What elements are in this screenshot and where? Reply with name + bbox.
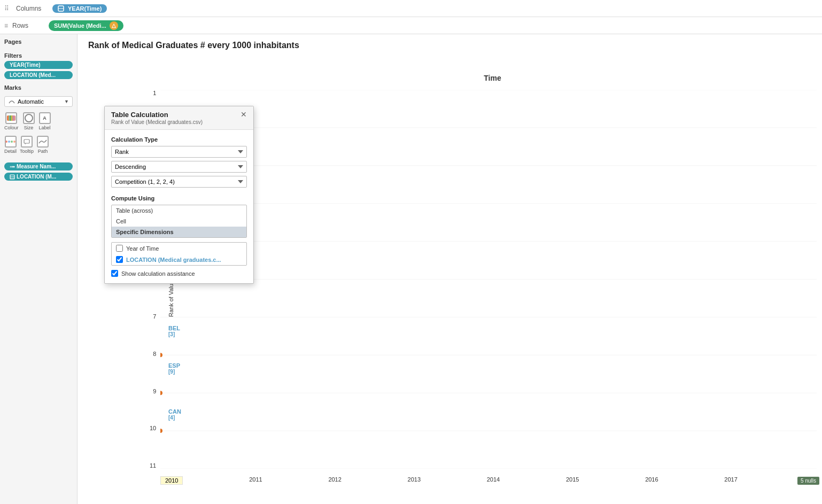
path-button[interactable]: Path xyxy=(37,136,49,154)
svg-point-21 xyxy=(160,391,162,395)
size-button[interactable]: Size xyxy=(23,112,35,130)
columns-pill[interactable]: YEAR(Time) xyxy=(52,4,107,13)
dimension-location[interactable]: LOCATION (Medical graduates.c... xyxy=(112,254,246,265)
svg-point-4 xyxy=(10,166,12,167)
rows-bar: ≡ Rows SUM(Value (Medi... △ xyxy=(0,17,822,34)
table-calc-dialog: Table Calculation Rank of Value (Medical… xyxy=(104,106,254,284)
can-label: CAN [4] xyxy=(168,408,181,421)
x-tick-2012: 2012 xyxy=(328,476,341,485)
show-assist-row[interactable]: Show calculation assistance xyxy=(111,270,247,277)
order-select[interactable]: Descending xyxy=(111,161,247,173)
columns-bar: ⠿ Columns YEAR(Time) xyxy=(0,0,822,17)
detail-button[interactable]: Detail xyxy=(4,136,17,154)
compute-list: Table (across) Cell Specific Dimensions xyxy=(111,205,247,238)
columns-icon: ⠿ xyxy=(4,5,12,12)
bel-label: BEL [3] xyxy=(168,325,180,337)
y-tick-11: 11 xyxy=(150,462,156,469)
dialog-header: Table Calculation Rank of Value (Medical… xyxy=(105,106,253,130)
year-checkbox[interactable] xyxy=(116,245,123,252)
filter-pill-year[interactable]: YEAR(Time) xyxy=(4,61,73,69)
null-badge: 5 nulls xyxy=(797,477,819,485)
dialog-title: Table Calculation xyxy=(111,111,203,119)
svg-point-5 xyxy=(12,166,13,167)
calc-type-select[interactable]: Rank xyxy=(111,146,247,158)
x-tick-2017: 2017 xyxy=(724,476,737,485)
rows-icon: ≡ xyxy=(4,22,8,29)
filters-label: Filters xyxy=(4,52,73,59)
x-tick-2016: 2016 xyxy=(645,476,658,485)
x-axis: 2010 2011 2012 2013 2014 2015 2016 2017 … xyxy=(160,476,817,485)
location-pill[interactable]: LOCATION (M... xyxy=(4,173,73,181)
x-tick-2014: 2014 xyxy=(487,476,500,485)
svg-point-22 xyxy=(160,353,162,357)
columns-label: Columns xyxy=(16,5,48,12)
chart-title: Rank of Medical Graduates # every 1000 i… xyxy=(77,34,822,52)
tooltip-button[interactable]: Tooltip xyxy=(20,136,34,154)
dimension-year[interactable]: Year of Time xyxy=(112,243,246,254)
y-tick-7: 7 xyxy=(150,313,156,320)
dialog-subtitle: Rank of Value (Medical graduates.csv) xyxy=(111,119,203,125)
bump-chart-svg xyxy=(160,90,817,469)
rows-label: Rows xyxy=(12,22,44,29)
filter-pill-location[interactable]: LOCATION (Med... xyxy=(4,71,73,79)
dialog-close-button[interactable]: ✕ xyxy=(241,111,247,118)
marks-label: Marks xyxy=(4,84,73,91)
y-tick-1: 1 xyxy=(150,90,156,96)
sidebar: Pages Filters YEAR(Time) LOCATION (Med..… xyxy=(0,34,77,504)
svg-rect-2 xyxy=(24,139,29,143)
svg-point-6 xyxy=(13,166,15,167)
svg-rect-7 xyxy=(10,175,14,179)
compute-item-specific[interactable]: Specific Dimensions xyxy=(112,227,246,237)
x-tick-2011: 2011 xyxy=(249,476,262,485)
path-icon xyxy=(38,139,47,144)
x-tick-2010: 2010 xyxy=(160,476,183,485)
compute-item-cell[interactable]: Cell xyxy=(112,216,246,227)
compute-item-table[interactable]: Table (across) xyxy=(112,205,246,216)
dimension-list: Year of Time LOCATION (Medical graduates… xyxy=(111,242,247,266)
pages-label: Pages xyxy=(4,38,73,45)
colour-button[interactable]: Colour xyxy=(4,112,19,130)
measure-pills-section: Measure Nam... LOCATION (M... xyxy=(4,162,73,181)
time-axis-label: Time xyxy=(484,74,501,82)
y-tick-8: 8 xyxy=(150,351,156,357)
measure-name-pill[interactable]: Measure Nam... xyxy=(4,162,73,170)
chart-area: Time Rank of Value (Medical graduates.cs… xyxy=(77,52,822,495)
compute-using-label: Compute Using xyxy=(111,195,247,201)
content-area: Rank of Medical Graduates # every 1000 i… xyxy=(77,34,822,504)
esp-label: ESP [9] xyxy=(168,362,180,375)
svg-point-23 xyxy=(160,429,162,433)
marks-type-dropdown[interactable]: Automatic ▼ xyxy=(4,96,73,107)
delta-badge: △ xyxy=(110,21,118,30)
x-tick-2015: 2015 xyxy=(566,476,579,485)
x-tick-2013: 2013 xyxy=(408,476,421,485)
rows-pill[interactable]: SUM(Value (Medi... △ xyxy=(49,20,123,31)
filters-section: Filters YEAR(Time) LOCATION (Med... xyxy=(4,52,73,79)
y-tick-10: 10 xyxy=(150,425,156,431)
chevron-down-icon: ▼ xyxy=(64,99,69,104)
comp-type-select[interactable]: Competition (1, 2, 2, 4) xyxy=(111,176,247,188)
show-assist-checkbox[interactable] xyxy=(111,270,118,277)
dialog-body: Calculation Type Rank Descending Competi… xyxy=(105,130,253,283)
y-tick-9: 9 xyxy=(150,388,156,394)
marks-section: Marks Automatic ▼ Colour Size A Label xyxy=(4,84,73,154)
pages-section: Pages xyxy=(4,38,73,47)
calc-type-label: Calculation Type xyxy=(111,136,247,143)
label-button[interactable]: A Label xyxy=(39,112,51,130)
marks-type-icon xyxy=(8,98,15,105)
location-checkbox[interactable] xyxy=(116,256,123,263)
